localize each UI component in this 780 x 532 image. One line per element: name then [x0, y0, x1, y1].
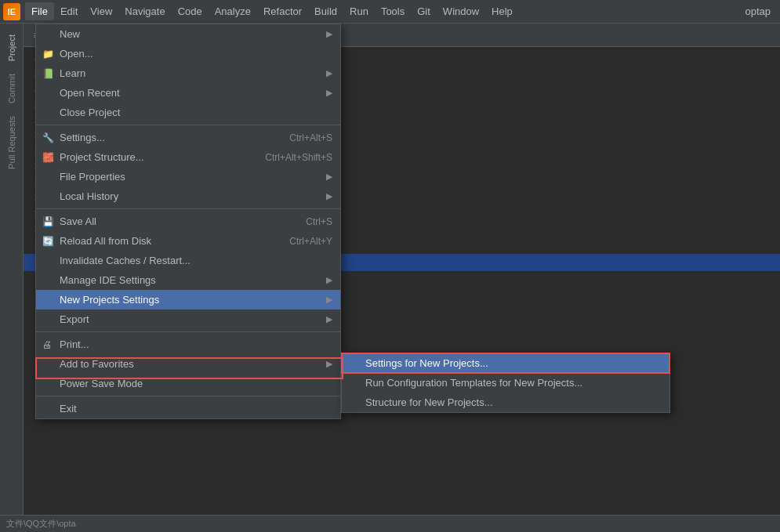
separator-2 — [36, 208, 340, 209]
reload-label: Reload All from Disk — [60, 235, 151, 247]
separator-4 — [36, 396, 340, 396]
open-recent-arrow-icon: ▶ — [326, 88, 332, 98]
menu-help[interactable]: Help — [485, 2, 519, 20]
separator-3 — [36, 331, 340, 332]
menu-item-exit[interactable]: Exit — [36, 399, 340, 418]
menu-item-save-all[interactable]: 💾 Save All Ctrl+S — [36, 212, 340, 231]
open-label: Open... — [60, 48, 93, 60]
menu-item-project-structure[interactable]: 🧱 Project Structure... Ctrl+Alt+Shift+S — [36, 147, 340, 167]
separator-1 — [36, 125, 340, 125]
export-arrow-icon: ▶ — [326, 314, 332, 324]
manage-ide-arrow-icon: ▶ — [326, 275, 332, 285]
close-project-label: Close Project — [60, 107, 120, 118]
local-hist-label: Local History — [60, 190, 118, 202]
submenu-item-run-config[interactable]: Run Configuration Templates for New Proj… — [342, 373, 669, 393]
add-fav-label: Add to Favorites — [60, 358, 134, 370]
status-bar: 文件\QQ文件\opta — [0, 515, 780, 532]
file-dropdown-menu: New ▶ 📁 Open... 📗 Learn ▶ Open Recent ▶ … — [35, 24, 341, 419]
new-label: New — [60, 28, 80, 40]
open-recent-label: Open Recent — [60, 87, 120, 99]
settings-shortcut: Ctrl+Alt+S — [274, 132, 332, 143]
ide-logo: IE — [3, 3, 20, 20]
menu-item-add-favorites[interactable]: Add to Favorites ▶ — [36, 354, 340, 374]
menu-bar: IE File Edit View Navigate Code Analyze … — [0, 0, 780, 24]
menu-edit[interactable]: Edit — [54, 2, 84, 20]
menu-run[interactable]: Run — [343, 2, 375, 20]
folder-icon: 📁 — [42, 49, 54, 60]
structure-new-label: Structure for New Projects... — [365, 396, 493, 408]
menu-view[interactable]: View — [84, 2, 118, 20]
menu-item-learn[interactable]: 📗 Learn ▶ — [36, 63, 340, 83]
menu-tools[interactable]: Tools — [375, 2, 411, 20]
ide-sidebar: Project Commit Pull Requests — [0, 24, 24, 532]
menu-refactor[interactable]: Refactor — [257, 2, 308, 20]
local-hist-arrow-icon: ▶ — [326, 191, 332, 201]
print-label: Print... — [60, 338, 89, 350]
menu-build[interactable]: Build — [308, 2, 343, 20]
save-all-label: Save All — [60, 215, 96, 227]
menu-item-manage-ide[interactable]: Manage IDE Settings ▶ — [36, 270, 340, 290]
menu-item-export[interactable]: Export ▶ — [36, 309, 340, 329]
reload-icon: 🔄 — [42, 236, 54, 247]
menu-navigate[interactable]: Navigate — [118, 2, 171, 20]
file-props-label: File Properties — [60, 171, 125, 183]
arrow-icon: ▶ — [326, 29, 332, 39]
proj-structure-shortcut: Ctrl+Alt+Shift+S — [249, 152, 332, 163]
run-config-label: Run Configuration Templates for New Proj… — [365, 377, 582, 389]
sidebar-tab-pull-requests[interactable]: Pull Requests — [5, 111, 18, 174]
settings-label: Settings... — [60, 132, 105, 143]
export-label: Export — [60, 313, 89, 325]
wrench-icon: 🔧 — [42, 132, 54, 143]
print-icon: 🖨 — [42, 339, 52, 350]
menu-item-file-properties[interactable]: File Properties ▶ — [36, 167, 340, 186]
menu-code[interactable]: Code — [172, 2, 209, 20]
menu-item-new[interactable]: New ▶ — [36, 24, 340, 44]
learn-arrow-icon: ▶ — [326, 68, 332, 78]
learn-label: Learn — [60, 67, 85, 79]
save-icon: 💾 — [42, 216, 54, 227]
menu-git[interactable]: Git — [411, 2, 437, 20]
menu-user[interactable]: optap — [738, 2, 777, 20]
file-props-arrow-icon: ▶ — [326, 172, 332, 182]
reload-shortcut: Ctrl+Alt+Y — [274, 236, 332, 247]
sidebar-tab-project[interactable]: Project — [5, 30, 18, 66]
power-save-label: Power Save Mode — [60, 378, 143, 389]
menu-item-open[interactable]: 📁 Open... — [36, 44, 340, 63]
invalidate-label: Invalidate Caches / Restart... — [60, 255, 190, 266]
menu-item-power-save[interactable]: Power Save Mode — [36, 374, 340, 393]
new-projects-settings-label: New Projects Settings — [60, 294, 159, 306]
menu-item-new-projects-settings[interactable]: New Projects Settings ▶ — [36, 290, 340, 309]
proj-structure-label: Project Structure... — [60, 151, 144, 163]
submenu-item-settings-for-new[interactable]: Settings for New Projects... — [342, 353, 669, 373]
menu-analyze[interactable]: Analyze — [209, 2, 257, 20]
manage-ide-label: Manage IDE Settings — [60, 274, 156, 286]
menu-item-close-project[interactable]: Close Project — [36, 103, 340, 122]
book-icon: 📗 — [42, 68, 54, 79]
menu-file[interactable]: File — [25, 2, 54, 20]
menu-item-invalidate[interactable]: Invalidate Caches / Restart... — [36, 251, 340, 270]
exit-label: Exit — [60, 403, 77, 414]
settings-for-new-label: Settings for New Projects... — [365, 357, 488, 369]
menu-item-open-recent[interactable]: Open Recent ▶ — [36, 83, 340, 103]
sidebar-tab-commit[interactable]: Commit — [5, 69, 18, 108]
save-all-shortcut: Ctrl+S — [290, 216, 332, 227]
new-projects-submenu: Settings for New Projects... Run Configu… — [341, 353, 670, 413]
menu-item-reload[interactable]: 🔄 Reload All from Disk Ctrl+Alt+Y — [36, 231, 340, 251]
menu-item-print[interactable]: 🖨 Print... — [36, 335, 340, 354]
file-path: 文件\QQ文件\opta — [6, 518, 76, 530]
add-fav-arrow-icon: ▶ — [326, 359, 332, 369]
new-projects-settings-arrow-icon: ▶ — [326, 295, 332, 305]
submenu-item-structure-new[interactable]: Structure for New Projects... — [342, 393, 669, 412]
menu-item-local-history[interactable]: Local History ▶ — [36, 186, 340, 206]
menu-item-settings[interactable]: 🔧 Settings... Ctrl+Alt+S — [36, 128, 340, 147]
menu-window[interactable]: Window — [437, 2, 485, 20]
grid-icon: 🧱 — [42, 152, 54, 163]
